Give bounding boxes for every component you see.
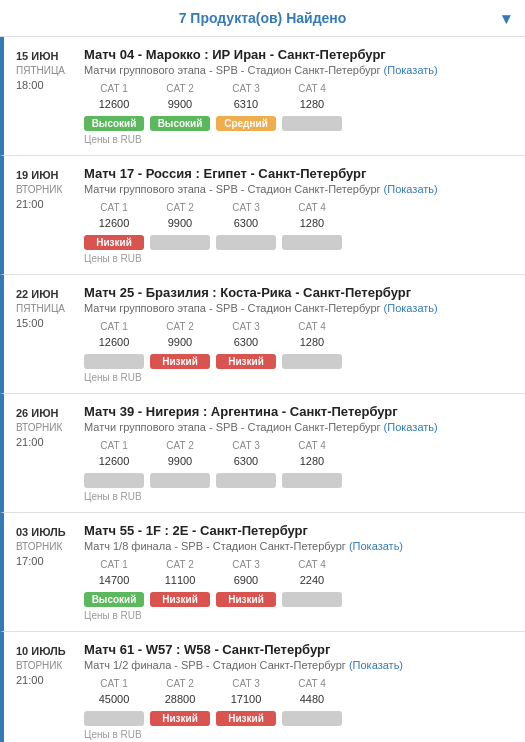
- match-time: 15:00: [16, 316, 84, 331]
- cat-badge-col: Низкий: [150, 354, 210, 369]
- show-link[interactable]: (Показать): [384, 64, 438, 76]
- show-link[interactable]: (Показать): [349, 659, 403, 671]
- cat-badge-col: Высокий: [84, 592, 144, 607]
- show-link[interactable]: (Показать): [384, 302, 438, 314]
- match-date: 19 ИЮН: [16, 168, 84, 183]
- prices-currency-label: Цены в RUB: [84, 729, 513, 740]
- match-date-block: 15 ИЮНПЯТНИЦА18:00: [16, 47, 84, 145]
- cat-label: CAT 1: [84, 440, 144, 451]
- match-day: ПЯТНИЦА: [16, 64, 84, 78]
- match-date: 22 ИЮН: [16, 287, 84, 302]
- cat-labels-row: CAT 1CAT 2CAT 3CAT 4: [84, 321, 513, 333]
- empty-badge: [282, 592, 342, 607]
- availability-badge[interactable]: Низкий: [216, 711, 276, 726]
- empty-badge: [84, 354, 144, 369]
- availability-badge[interactable]: Низкий: [150, 592, 210, 607]
- cat-badge-col: Высокий: [150, 116, 210, 131]
- cat-price: 1280: [282, 217, 342, 229]
- availability-badge[interactable]: Низкий: [216, 354, 276, 369]
- cat-price: 17100: [216, 693, 276, 705]
- cat-prices-row: 12600990063001280: [84, 455, 513, 470]
- match-time: 21:00: [16, 673, 84, 688]
- cat-label: CAT 1: [84, 83, 144, 94]
- cat-label: CAT 1: [84, 559, 144, 570]
- prices-currency-label: Цены в RUB: [84, 253, 513, 264]
- availability-badge[interactable]: Средний: [216, 116, 276, 131]
- cat-price: 1280: [282, 98, 342, 110]
- cat-badge-col: [216, 235, 276, 250]
- cat-prices-row: 12600990063001280: [84, 217, 513, 232]
- show-link[interactable]: (Показать): [384, 183, 438, 195]
- cat-price: 1280: [282, 336, 342, 348]
- cat-price: 12600: [84, 336, 144, 348]
- cat-badge-col: [282, 592, 342, 607]
- cat-price: 12600: [84, 217, 144, 229]
- match-card: 10 ИЮЛЬВТОРНИК21:00Матч 61 - W57 : W58 -…: [0, 632, 525, 742]
- match-date-block: 26 ИЮНВТОРНИК21:00: [16, 404, 84, 502]
- cat-labels-row: CAT 1CAT 2CAT 3CAT 4: [84, 202, 513, 214]
- cat-badge-col: Низкий: [84, 235, 144, 250]
- match-info: Матч 61 - W57 : W58 - Санкт-ПетербургМат…: [84, 642, 513, 740]
- match-time: 21:00: [16, 435, 84, 450]
- prices-currency-label: Цены в RUB: [84, 134, 513, 145]
- cat-badge-col: Низкий: [216, 592, 276, 607]
- cat-labels-row: CAT 1CAT 2CAT 3CAT 4: [84, 559, 513, 571]
- chevron-down-icon[interactable]: ▾: [502, 9, 510, 28]
- prices-currency-label: Цены в RUB: [84, 372, 513, 383]
- match-title: Матч 25 - Бразилия : Коста-Рика - Санкт-…: [84, 285, 513, 300]
- cat-badge-col: [282, 116, 342, 131]
- cat-labels-row: CAT 1CAT 2CAT 3CAT 4: [84, 440, 513, 452]
- availability-badge[interactable]: Высокий: [84, 116, 144, 131]
- show-link[interactable]: (Показать): [349, 540, 403, 552]
- cat-label: CAT 3: [216, 440, 276, 451]
- cat-price: 12600: [84, 455, 144, 467]
- match-date: 03 ИЮЛЬ: [16, 525, 84, 540]
- cat-badge-col: [84, 711, 144, 726]
- cat-label: CAT 4: [282, 83, 342, 94]
- cat-prices-row: 12600990063001280: [84, 336, 513, 351]
- match-title: Матч 17 - Россия : Египет - Санкт-Петерб…: [84, 166, 513, 181]
- match-card: 03 ИЮЛЬВТОРНИК17:00Матч 55 - 1F : 2E - С…: [0, 513, 525, 632]
- cat-label: CAT 3: [216, 202, 276, 213]
- cat-price: 9900: [150, 98, 210, 110]
- match-card: 15 ИЮНПЯТНИЦА18:00Матч 04 - Марокко : ИР…: [0, 37, 525, 156]
- cat-badge-col: [84, 473, 144, 488]
- availability-badge[interactable]: Низкий: [216, 592, 276, 607]
- match-title: Матч 04 - Марокко : ИР Иран - Санкт-Пете…: [84, 47, 513, 62]
- match-subtitle: Матч 1/2 финала - SPB - Стадион Санкт-Пе…: [84, 659, 513, 671]
- match-day: ВТОРНИК: [16, 540, 84, 554]
- cat-labels-row: CAT 1CAT 2CAT 3CAT 4: [84, 678, 513, 690]
- cat-label: CAT 2: [150, 559, 210, 570]
- cat-price: 4480: [282, 693, 342, 705]
- cat-badge-col: Средний: [216, 116, 276, 131]
- match-title: Матч 61 - W57 : W58 - Санкт-Петербург: [84, 642, 513, 657]
- match-card: 19 ИЮНВТОРНИК21:00Матч 17 - Россия : Еги…: [0, 156, 525, 275]
- cat-price: 6310: [216, 98, 276, 110]
- cat-badge-col: Низкий: [216, 354, 276, 369]
- cat-labels-row: CAT 1CAT 2CAT 3CAT 4: [84, 83, 513, 95]
- match-title: Матч 39 - Нигерия : Аргентина - Санкт-Пе…: [84, 404, 513, 419]
- cat-badge-col: Низкий: [150, 592, 210, 607]
- cat-price: 6300: [216, 336, 276, 348]
- availability-badge[interactable]: Низкий: [150, 354, 210, 369]
- availability-badge[interactable]: Высокий: [150, 116, 210, 131]
- cat-price: 6900: [216, 574, 276, 586]
- match-info: Матч 25 - Бразилия : Коста-Рика - Санкт-…: [84, 285, 513, 383]
- cat-prices-row: 12600990063101280: [84, 98, 513, 113]
- cat-badge-col: [282, 235, 342, 250]
- availability-badge[interactable]: Высокий: [84, 592, 144, 607]
- match-day: ПЯТНИЦА: [16, 302, 84, 316]
- match-time: 17:00: [16, 554, 84, 569]
- cat-badge-col: Низкий: [216, 711, 276, 726]
- match-info: Матч 17 - Россия : Египет - Санкт-Петерб…: [84, 166, 513, 264]
- cat-price: 28800: [150, 693, 210, 705]
- cat-prices-row: 4500028800171004480: [84, 693, 513, 708]
- empty-badge: [150, 235, 210, 250]
- availability-badge[interactable]: Низкий: [150, 711, 210, 726]
- availability-badge[interactable]: Низкий: [84, 235, 144, 250]
- match-date-block: 19 ИЮНВТОРНИК21:00: [16, 166, 84, 264]
- cat-badge-col: Низкий: [150, 711, 210, 726]
- match-card: 26 ИЮНВТОРНИК21:00Матч 39 - Нигерия : Ар…: [0, 394, 525, 513]
- show-link[interactable]: (Показать): [384, 421, 438, 433]
- empty-badge: [150, 473, 210, 488]
